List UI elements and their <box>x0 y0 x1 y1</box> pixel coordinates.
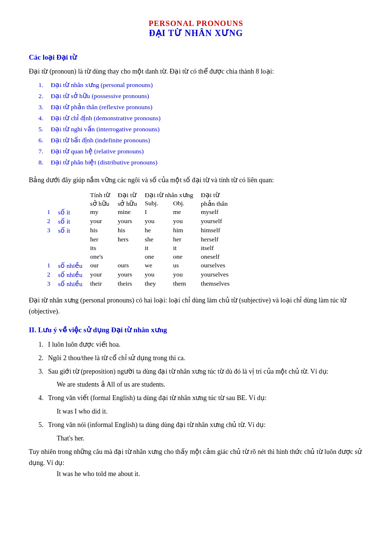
note-content-5: Trong văn nói (informal English) ta dùng… <box>48 419 363 431</box>
list-item: 5. Đại từ nghi vấn (interrogative pronou… <box>38 124 363 135</box>
table-cell-reflex: oneself <box>197 252 233 261</box>
note-num-1: 1. <box>34 339 48 351</box>
note-item-1: 1. I luôn luôn được viết hoa. <box>34 339 363 351</box>
table-cell-reflex: myself <box>197 208 233 217</box>
list-item: 3. Đại từ phản thân (reflexive pronouns) <box>38 102 363 113</box>
note-num-2: 2. <box>34 352 48 364</box>
table-cell-adj: their <box>86 279 114 289</box>
table-cell-number: số ít <box>54 217 86 226</box>
table-cell-subj: one <box>141 252 169 261</box>
table-cell-subj: I <box>141 208 169 217</box>
table-cell-person: 1 <box>43 261 54 270</box>
col-header-pron-sub: sở hữu <box>114 199 141 208</box>
footnote-example: It was he who told me about it. <box>57 468 363 480</box>
table-cell-person: 2 <box>43 270 54 279</box>
list-item: 7. Đại từ quan hệ (relative pronouns) <box>38 146 363 157</box>
table-cell-reflex: themselves <box>197 279 233 289</box>
table-cell-number: số ít <box>54 208 86 217</box>
list-item: 8. Đại từ phân biệt (distributive pronou… <box>38 157 363 168</box>
table-cell-poss <box>114 244 141 252</box>
notes-list-cont: 4. Trong văn viết (formal English) ta dù… <box>34 392 363 404</box>
col-header-adj-poss: Tính từ <box>86 190 114 199</box>
table-cell-subj: he <box>141 226 169 235</box>
table-cell-reflex: himself <box>197 226 233 235</box>
table-cell-obj: it <box>169 244 197 252</box>
table-cell-poss: hers <box>114 235 141 244</box>
table-cell-person: 2 <box>43 217 54 226</box>
table-cell-poss: yours <box>114 217 141 226</box>
table-cell-reflex: yourselves <box>197 270 233 279</box>
table-cell-person: 1 <box>43 208 54 217</box>
pronoun-table: Tính từ Đại từ Đại từ nhân xưng Đại từ s… <box>43 190 233 289</box>
table-cell-reflex: ourselves <box>197 261 233 270</box>
note-5-example: That's her. <box>57 433 363 444</box>
notes-list-cont2: 5. Trong văn nói (informal English) ta d… <box>34 419 363 431</box>
note-content-4: Trong văn viết (formal English) ta dùng … <box>48 392 363 404</box>
table-cell-person <box>43 244 54 252</box>
table-cell-poss: his <box>114 226 141 235</box>
section2-heading: II. Lưu ý về việc sử dụng Đại từ nhân xư… <box>29 326 363 334</box>
table-cell-number: số nhiều <box>54 270 86 279</box>
table-cell-reflex: itself <box>197 244 233 252</box>
pronoun-types-list: 1. Đại từ nhân xưng (personal pronouns) … <box>38 80 363 168</box>
table-cell-subj: she <box>141 235 169 244</box>
col-header-subj-label: Subj. <box>141 199 169 208</box>
table-cell-adj: your <box>86 217 114 226</box>
table-cell-adj: his <box>86 226 114 235</box>
table-cell-adj: one's <box>86 252 114 261</box>
table-cell-poss: ours <box>114 261 141 270</box>
table-cell-person: 3 <box>43 279 54 289</box>
note-3-example: We are students ả All of us are students… <box>57 379 363 390</box>
col-header-number <box>54 190 86 199</box>
table-cell-person <box>43 235 54 244</box>
table-cell-obj: you <box>169 270 197 279</box>
table-cell-reflex: herself <box>197 235 233 244</box>
table-cell-number: số ít <box>54 226 86 235</box>
note-content-1: I luôn luôn được viết hoa. <box>48 339 363 351</box>
table-cell-obj: me <box>169 208 197 217</box>
table-cell-poss <box>114 252 141 261</box>
table-cell-adj: your <box>86 270 114 279</box>
note-num-3: 3. <box>34 366 48 377</box>
table-cell-reflex: yourself <box>197 217 233 226</box>
section1-intro: Đại từ (pronoun) là từ dùng thay cho một… <box>29 66 363 77</box>
table-cell-number <box>54 235 86 244</box>
table-cell-adj: our <box>86 261 114 270</box>
note-content-2: Ngôi 2 thou/thee là từ cổ chỉ sử dụng tr… <box>48 352 363 364</box>
table-cell-adj: her <box>86 235 114 244</box>
table-cell-subj: you <box>141 270 169 279</box>
note-item-3: 3. Sau giới từ (preposition) người ta dù… <box>34 366 363 377</box>
table-cell-number: số nhiều <box>54 279 86 289</box>
post-table-text: Đại từ nhân xưng (personal pronouns) có … <box>29 295 363 317</box>
note-item-2: 2. Ngôi 2 thou/thee là từ cổ chỉ sử dụng… <box>34 352 363 364</box>
table-cell-obj: you <box>169 217 197 226</box>
table-cell-obj: him <box>169 226 197 235</box>
table-cell-person: 3 <box>43 226 54 235</box>
section1-heading: Các loại Đại từ <box>29 53 363 62</box>
note-4-example: It was I who did it. <box>57 406 363 417</box>
col-header-personal: Đại từ nhân xưng <box>141 190 197 199</box>
table-cell-obj: one <box>169 252 197 261</box>
table-cell-adj: its <box>86 244 114 252</box>
table-cell-poss: yours <box>114 270 141 279</box>
table-cell-poss: theirs <box>114 279 141 289</box>
col-header-pron-poss: Đại từ <box>114 190 141 199</box>
col-header-reflex-title: Đại từ <box>197 190 233 199</box>
table-intro-text: Bảng dưới đây giúp nắm vững các ngôi và … <box>29 175 363 186</box>
note-item-5: 5. Trong văn nói (informal English) ta d… <box>34 419 363 431</box>
note-item-4: 4. Trong văn viết (formal English) ta dù… <box>34 392 363 404</box>
table-cell-subj: they <box>141 279 169 289</box>
page-title: PERSONAL PRONOUNS ĐẠI TỪ NHÂN XƯNG <box>29 19 363 38</box>
table-cell-obj: them <box>169 279 197 289</box>
title-line1: PERSONAL PRONOUNS <box>29 19 363 28</box>
footnote-text: Tuy nhiên trong những câu mà đại từ nhân… <box>29 447 363 468</box>
list-item: 4. Đại từ chỉ định (demonstrative pronou… <box>38 113 363 124</box>
col-header-adj-sub: sở hữu <box>86 199 114 208</box>
table-cell-obj: us <box>169 261 197 270</box>
table-cell-adj: my <box>86 208 114 217</box>
table-cell-person <box>43 252 54 261</box>
table-cell-poss: mine <box>114 208 141 217</box>
table-cell-number <box>54 252 86 261</box>
title-line2: ĐẠI TỪ NHÂN XƯNG <box>29 28 363 38</box>
note-num-4: 4. <box>34 392 48 404</box>
